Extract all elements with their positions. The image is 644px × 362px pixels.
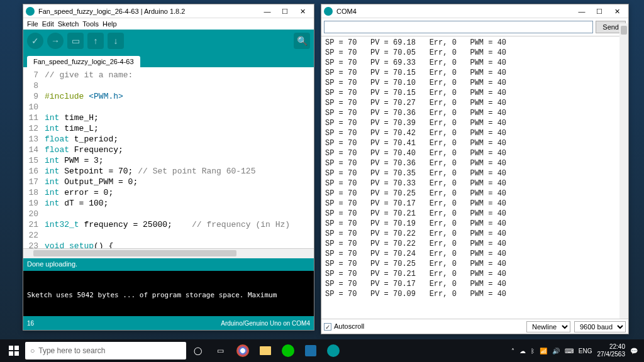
search-icon: ○ bbox=[30, 346, 35, 355]
arduino-taskbar-icon[interactable] bbox=[322, 339, 345, 362]
code-line[interactable]: int32_t frequency = 25000; // frequency … bbox=[45, 219, 311, 230]
code-line[interactable]: float Frequency; bbox=[45, 145, 311, 155]
footer-cursor-pos: 16 bbox=[27, 320, 34, 327]
serial-line: SP = 70 PV = 69.18 Err, 0 PWM = 40 bbox=[325, 38, 625, 48]
console-line: Sketch uses 5042 bytes ... of program st… bbox=[27, 291, 310, 300]
line-app-icon[interactable] bbox=[277, 339, 299, 362]
code-editor[interactable]: 7891011121314151617181920212223 // give … bbox=[23, 67, 314, 248]
code-line[interactable]: void setup() { bbox=[45, 241, 311, 248]
menu-file[interactable]: File bbox=[27, 20, 38, 28]
code-line[interactable]: #include <PWM.h> bbox=[45, 91, 311, 102]
code-lines[interactable]: // give it a name: #include <PWM.h> int … bbox=[42, 67, 314, 248]
code-line[interactable]: int error = 0; bbox=[45, 187, 311, 198]
save-button[interactable]: ↓ bbox=[108, 33, 124, 49]
maximize-button[interactable]: ☐ bbox=[591, 5, 608, 18]
ide-toolbar: ✓ → ▭ ↑ ↓ 🔍 bbox=[23, 30, 314, 52]
language-indicator[interactable]: ENG bbox=[579, 348, 592, 354]
chrome-icon[interactable] bbox=[231, 339, 254, 362]
serial-monitor-window: COM4 — ☐ ✕ Send SP = 70 PV = 69.18 Err, … bbox=[321, 4, 629, 334]
serial-line: SP = 70 PV = 70.25 Err, 0 PWM = 40 bbox=[325, 259, 625, 269]
code-line[interactable]: int Setpoint = 70; // Set point Rang 60-… bbox=[45, 166, 311, 177]
serial-line: SP = 70 PV = 69.33 Err, 0 PWM = 40 bbox=[325, 58, 625, 68]
serial-line: SP = 70 PV = 70.36 Err, 0 PWM = 40 bbox=[325, 158, 625, 168]
open-button[interactable]: ↑ bbox=[87, 33, 104, 49]
upload-button[interactable]: → bbox=[47, 33, 64, 49]
serial-title-bar[interactable]: COM4 — ☐ ✕ bbox=[321, 4, 628, 18]
code-line[interactable] bbox=[45, 102, 311, 112]
ide-status-bar: Done uploading. bbox=[23, 258, 314, 271]
serial-line: SP = 70 PV = 70.17 Err, 0 PWM = 40 bbox=[325, 199, 625, 209]
verify-button[interactable]: ✓ bbox=[27, 33, 43, 49]
serial-line: SP = 70 PV = 70.05 Err, 0 PWM = 40 bbox=[325, 48, 625, 58]
vertical-scrollbar[interactable] bbox=[619, 23, 628, 319]
code-line[interactable]: int Output_PWM = 0; bbox=[45, 177, 311, 187]
line-number-gutter: 7891011121314151617181920212223 bbox=[23, 67, 42, 248]
tray-chevron-up-icon[interactable]: ˄ bbox=[511, 348, 514, 354]
serial-footer: ✓Autoscroll Newline 9600 baud bbox=[321, 319, 628, 334]
arduino-ide-window: Fan_speed_fuzzy_logic_26-4-63 | Arduino … bbox=[23, 4, 314, 331]
file-explorer-icon[interactable] bbox=[254, 339, 277, 362]
serial-line: SP = 70 PV = 70.15 Err, 0 PWM = 40 bbox=[325, 88, 625, 98]
cortana-icon[interactable]: ◯ bbox=[186, 339, 209, 362]
notification-center-icon[interactable]: 💬 bbox=[630, 348, 638, 354]
new-button[interactable]: ▭ bbox=[67, 33, 84, 49]
scrollbar-thumb[interactable] bbox=[621, 26, 627, 35]
menu-edit[interactable]: Edit bbox=[42, 20, 54, 28]
code-line[interactable]: int time_L; bbox=[45, 123, 311, 134]
horizontal-scrollbar[interactable] bbox=[23, 248, 314, 258]
serial-line: SP = 70 PV = 70.35 Err, 0 PWM = 40 bbox=[325, 168, 625, 178]
serial-command-input[interactable] bbox=[324, 21, 593, 33]
autoscroll-checkbox[interactable]: ✓Autoscroll bbox=[324, 322, 364, 331]
ide-title-bar[interactable]: Fan_speed_fuzzy_logic_26-4-63 | Arduino … bbox=[23, 4, 314, 18]
maximize-button[interactable]: ☐ bbox=[276, 5, 294, 18]
windows-taskbar: ○ Type here to search ◯ ▭ ˄ ☁ ᛒ 📶 🔊 ⌨ EN… bbox=[0, 339, 644, 362]
ide-footer: 16 Arduino/Genuino Uno on COM4 bbox=[23, 316, 314, 330]
code-line[interactable]: int dT = 100; bbox=[45, 198, 311, 209]
system-tray: ˄ ☁ ᛒ 📶 🔊 ⌨ ENG 22:40 27/4/2563 💬 bbox=[511, 343, 641, 358]
taskbar-search-box[interactable]: ○ Type here to search bbox=[25, 342, 186, 359]
task-view-icon[interactable]: ▭ bbox=[209, 339, 231, 362]
serial-line: SP = 70 PV = 70.19 Err, 0 PWM = 40 bbox=[325, 219, 625, 229]
menu-sketch[interactable]: Sketch bbox=[58, 20, 79, 28]
onedrive-icon[interactable]: ☁ bbox=[519, 348, 526, 354]
serial-output[interactable]: SP = 70 PV = 69.18 Err, 0 PWM = 40SP = 7… bbox=[321, 36, 628, 319]
app-icon[interactable] bbox=[299, 339, 322, 362]
close-button[interactable]: ✕ bbox=[294, 5, 311, 18]
code-line[interactable]: // give it a name: bbox=[45, 70, 311, 80]
volume-icon[interactable]: 🔊 bbox=[552, 348, 560, 354]
code-line[interactable] bbox=[45, 80, 311, 91]
serial-input-row: Send bbox=[321, 18, 628, 36]
minimize-button[interactable]: — bbox=[573, 5, 591, 18]
minimize-button[interactable]: — bbox=[258, 5, 276, 18]
arduino-logo-icon bbox=[324, 7, 333, 16]
wifi-icon[interactable]: 📶 bbox=[540, 348, 547, 354]
start-button[interactable] bbox=[3, 339, 25, 362]
serial-line: SP = 70 PV = 70.22 Err, 0 PWM = 40 bbox=[325, 239, 625, 249]
bluetooth-icon[interactable]: ᛒ bbox=[531, 348, 535, 354]
code-line[interactable] bbox=[45, 209, 311, 219]
serial-line: SP = 70 PV = 70.09 Err, 0 PWM = 40 bbox=[325, 289, 625, 299]
serial-monitor-button[interactable]: 🔍 bbox=[294, 33, 310, 49]
taskbar-clock[interactable]: 22:40 27/4/2563 bbox=[597, 343, 626, 358]
ide-tab-bar: Fan_speed_fuzzy_logic_26-4-63 bbox=[23, 52, 314, 67]
serial-window-title: COM4 bbox=[336, 8, 573, 15]
serial-line: SP = 70 PV = 70.40 Err, 0 PWM = 40 bbox=[325, 148, 625, 158]
baud-rate-select[interactable]: 9600 baud bbox=[574, 321, 626, 332]
menu-help[interactable]: Help bbox=[103, 20, 117, 28]
line-ending-select[interactable]: Newline bbox=[526, 321, 570, 332]
footer-board-port: Arduino/Genuino Uno on COM4 bbox=[221, 320, 310, 327]
keyboard-icon[interactable]: ⌨ bbox=[565, 348, 574, 354]
code-line[interactable] bbox=[45, 230, 311, 241]
windows-logo-icon bbox=[9, 346, 19, 356]
serial-line: SP = 70 PV = 70.21 Err, 0 PWM = 40 bbox=[325, 269, 625, 279]
close-button[interactable]: ✕ bbox=[608, 5, 626, 18]
sketch-tab[interactable]: Fan_speed_fuzzy_logic_26-4-63 bbox=[27, 56, 140, 67]
ide-console[interactable]: Sketch uses 5042 bytes ... of program st… bbox=[23, 271, 314, 316]
checkbox-icon: ✓ bbox=[324, 323, 331, 331]
code-line[interactable]: float t_period; bbox=[45, 134, 311, 145]
serial-line: SP = 70 PV = 70.21 Err, 0 PWM = 40 bbox=[325, 209, 625, 219]
code-line[interactable]: int time_H; bbox=[45, 112, 311, 123]
menu-tools[interactable]: Tools bbox=[82, 20, 99, 28]
code-line[interactable]: int PWM = 3; bbox=[45, 155, 311, 166]
search-placeholder: Type here to search bbox=[38, 346, 105, 355]
